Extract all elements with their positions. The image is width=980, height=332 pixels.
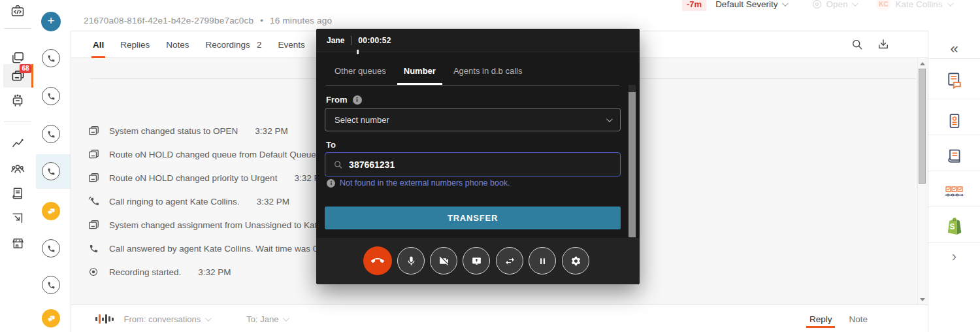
scrollbar-thumb[interactable] — [919, 69, 926, 184]
timeline-row[interactable]: Recording started. 3:32 PM — [87, 260, 231, 284]
call-item[interactable] — [42, 125, 60, 143]
sidebar-item-customer-journey[interactable] — [928, 174, 980, 210]
notebook-icon — [945, 147, 964, 165]
timeline-time: 3:32 PM — [255, 126, 287, 136]
from-field-label: From — [326, 95, 362, 105]
scroll-down-arrow[interactable] — [920, 298, 925, 301]
info-icon[interactable] — [353, 95, 362, 105]
tab-events[interactable]: Events — [278, 31, 304, 58]
timeline-row[interactable]: System changed status to OPEN 3:32 PM — [87, 119, 288, 142]
tab-number[interactable]: Number — [404, 66, 436, 85]
phone-icon — [47, 281, 56, 290]
tab-agents[interactable]: Agents in d.b calls — [453, 66, 523, 85]
shopify-letter: S — [950, 222, 955, 231]
timeline-row[interactable]: Route oN HOLD changed queue from Default… — [87, 142, 338, 166]
chat-item[interactable] — [42, 202, 60, 220]
chat-item[interactable] — [42, 309, 60, 327]
call-settings-button[interactable] — [562, 247, 589, 274]
sidebar-divider — [928, 242, 980, 243]
sidebar-item-knowledge-base[interactable] — [3, 182, 32, 205]
sidebar-item-notes[interactable] — [928, 138, 980, 174]
call-item-active[interactable] — [42, 162, 60, 180]
sidebar-item-store[interactable] — [3, 231, 32, 255]
severity-dropdown[interactable]: Default Severity — [715, 0, 787, 9]
sidebar-divider — [928, 99, 980, 99]
tab-all[interactable]: All — [93, 31, 104, 58]
call-transfer-dialog: Jane 00:00:52 Other queues Number Agents… — [316, 29, 640, 284]
expand-panel-button[interactable]: › — [928, 248, 980, 266]
screen-share-button[interactable] — [463, 247, 490, 274]
dialog-scrollbar[interactable] — [629, 85, 636, 238]
sidebar-item-shopify[interactable]: S — [928, 210, 980, 242]
sidebar-item-dev-tools[interactable] — [3, 0, 32, 23]
download-icon[interactable] — [877, 38, 890, 51]
call-item[interactable] — [42, 87, 60, 105]
assignee-avatar: KC — [876, 0, 890, 11]
tab-notes[interactable]: Notes — [166, 31, 189, 58]
assignee-dropdown[interactable]: KC Kate Collins — [876, 0, 951, 11]
tab-recordings-label: Recordings — [206, 40, 250, 50]
call-item[interactable] — [42, 239, 60, 257]
swap-call-button[interactable] — [496, 247, 523, 274]
hangup-phone-icon — [370, 254, 385, 268]
app-root: 21670a08-816f-42e1-b42e-2799be7ac0cb • 1… — [0, 0, 980, 332]
add-conversation-button[interactable]: + — [41, 12, 61, 31]
header-separator — [351, 36, 351, 45]
hangup-button[interactable] — [363, 246, 392, 275]
chevron-down-icon — [606, 116, 613, 122]
to-number-input[interactable] — [349, 159, 612, 170]
timeline-row[interactable]: Call ringing to agent Kate Collins. 3:32… — [87, 190, 289, 213]
composer-to-dropdown[interactable]: To: Jane — [246, 314, 287, 324]
dialog-scrollbar-thumb[interactable] — [629, 92, 636, 237]
video-off-button[interactable] — [430, 247, 457, 274]
call-answered-icon — [87, 242, 100, 255]
timeline-row[interactable]: Route oN HOLD changed priority to Urgent… — [87, 166, 327, 190]
sidebar-divider — [928, 207, 980, 207]
tab-recordings[interactable]: Recordings 2 — [206, 31, 262, 58]
call-item[interactable] — [42, 276, 60, 294]
scroll-up-arrow[interactable] — [920, 62, 925, 65]
timeline-time: 3:32 PM — [257, 197, 289, 207]
sidebar-item-bots[interactable] — [3, 89, 32, 112]
mute-button[interactable] — [397, 247, 425, 274]
sidebar-item-analytics[interactable] — [3, 131, 32, 154]
from-number-select[interactable]: Select number — [325, 108, 621, 131]
sidebar-item-widget[interactable] — [3, 207, 32, 230]
search-icon[interactable] — [851, 38, 864, 51]
sidebar-item-contact-card[interactable] — [928, 103, 980, 139]
sidebar-item-inbox[interactable]: 68 — [3, 64, 32, 88]
trend-chart-icon — [10, 135, 25, 150]
timeline-text: Call ringing to agent Kate Collins. — [109, 197, 240, 207]
tab-note[interactable]: Note — [849, 305, 868, 332]
tab-events-label: Events — [278, 40, 304, 50]
sidebar-item-contacts[interactable] — [3, 157, 32, 180]
to-label-text: To — [326, 140, 336, 150]
screen-share-icon — [471, 256, 482, 267]
call-item[interactable] — [42, 49, 60, 67]
timeline-text: Recording started. — [109, 267, 181, 277]
collapse-sidebar-button[interactable]: « — [928, 40, 980, 58]
chevron-down-icon — [283, 315, 289, 322]
timeline-row[interactable]: System changed assignment from Unassigne… — [87, 213, 334, 237]
assignee-name: Kate Collins — [895, 0, 942, 9]
phone-icon — [47, 92, 56, 101]
call-dialog-header[interactable]: Jane 00:00:52 — [316, 29, 640, 52]
composer-from-dropdown[interactable]: From: conversations — [124, 314, 210, 324]
timeline-text: Route oN HOLD changed queue from Default… — [109, 150, 321, 159]
chevron-down-icon — [782, 0, 789, 7]
transfer-button[interactable]: TRANSFER — [325, 207, 621, 229]
timeline-row[interactable]: Call answered by agent Kate Collins. Wai… — [87, 237, 335, 260]
sidebar-divider — [928, 58, 980, 59]
hold-button[interactable] — [529, 247, 556, 274]
tab-other-queues[interactable]: Other queues — [335, 66, 386, 85]
tab-reply[interactable]: Reply — [809, 305, 832, 332]
ticket-meta: 21670a08-816f-42e1-b42e-2799be7ac0cb • 1… — [84, 16, 332, 25]
timeline-scrollbar[interactable] — [917, 58, 926, 305]
tab-replies[interactable]: Replies — [120, 31, 150, 58]
caller-name: Jane — [327, 36, 344, 45]
to-number-input-wrapper[interactable] — [325, 152, 621, 176]
sidebar-item-conversation-details[interactable] — [928, 62, 980, 99]
status-dropdown[interactable]: Open — [813, 0, 857, 9]
call-timer: 00:00:52 — [358, 36, 391, 45]
system-event-icon — [87, 218, 100, 231]
